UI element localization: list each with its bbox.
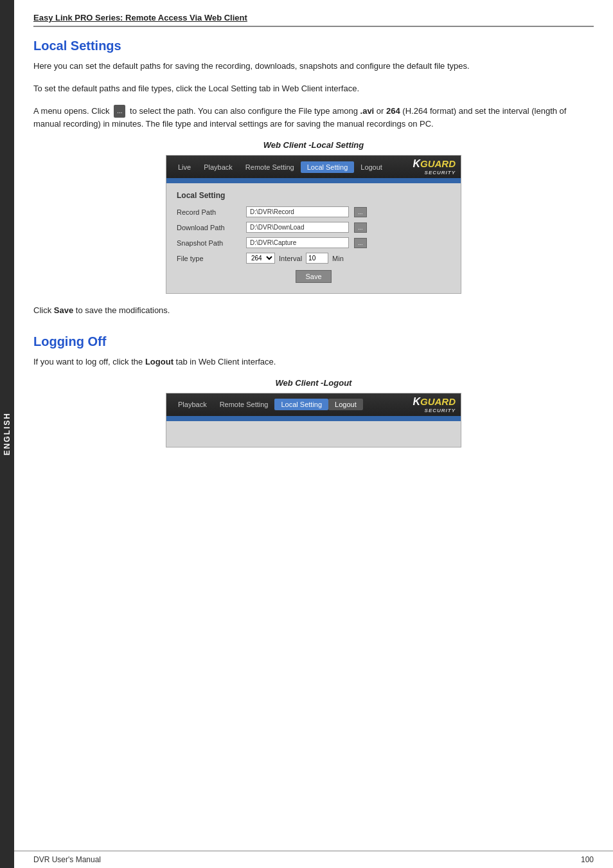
snapshot-path-row: Snapshot Path ... xyxy=(177,237,450,248)
download-path-input[interactable] xyxy=(246,222,349,233)
logout-nav-playback[interactable]: Playback xyxy=(172,399,213,410)
nav-remote-setting[interactable]: Remote Setting xyxy=(239,161,301,173)
nav-logout[interactable]: Logout xyxy=(354,161,389,173)
local-settings-heading: Local Settings xyxy=(33,39,594,53)
logout-blue-bar xyxy=(166,416,461,421)
local-settings-para3: A menu opens. Click ... to select the pa… xyxy=(33,105,594,132)
logout-logo-guard: GUARD xyxy=(420,396,456,407)
logo-security: SECURITY xyxy=(413,170,456,176)
local-settings-para1: Here you can set the default paths for s… xyxy=(33,60,594,73)
filetype-controls: 264 avi Interval Min xyxy=(246,253,344,264)
logout-navbar: Playback Remote Setting Local Setting Lo… xyxy=(166,393,461,416)
record-path-btn[interactable]: ... xyxy=(354,207,367,217)
footer-page: 100 xyxy=(581,855,594,864)
page-footer: DVR User's Manual 100 xyxy=(14,851,613,868)
264-bold: 264 xyxy=(386,106,400,116)
logout-logo: KGUARD SECURITY xyxy=(413,396,456,413)
logout-caption: Web Client -Logout xyxy=(33,378,594,388)
logo-k: K xyxy=(413,158,420,169)
logout-nav-local-setting[interactable]: Local Setting xyxy=(274,399,328,410)
logging-off-body: If you want to log off, click the Logout… xyxy=(33,356,594,369)
record-path-label: Record Path xyxy=(177,208,241,216)
interval-label: Interval xyxy=(279,255,302,262)
local-setting-title: Local Setting xyxy=(177,191,450,200)
snapshot-path-btn[interactable]: ... xyxy=(354,238,367,248)
nav-playback[interactable]: Playback xyxy=(197,161,239,173)
avi-bold: .avi xyxy=(360,106,375,116)
webclient-local-content: Local Setting Record Path ... Download P… xyxy=(166,183,461,293)
webclient-local-mockup: Live Playback Remote Setting Local Setti… xyxy=(166,155,461,294)
logo-guard: GUARD xyxy=(420,158,456,169)
record-path-input[interactable] xyxy=(246,206,349,217)
local-setting-caption: Web Client -Local Setting xyxy=(33,140,594,150)
min-label: Min xyxy=(332,255,344,262)
logout-bold: Logout xyxy=(145,357,173,366)
logging-off-section: Logging Off If you want to log off, clic… xyxy=(33,334,594,448)
download-path-row: Download Path ... xyxy=(177,222,450,233)
logout-logo-k: K xyxy=(413,396,420,407)
snapshot-path-label: Snapshot Path xyxy=(177,239,241,247)
page-header-bar: Easy Link PRO Series: Remote Access Via … xyxy=(33,13,594,27)
webclient-navbar: Live Playback Remote Setting Local Setti… xyxy=(166,156,461,178)
webclient-logout-mockup: Playback Remote Setting Local Setting Lo… xyxy=(166,393,461,448)
footer-title: DVR User's Manual xyxy=(33,855,101,864)
logout-nav-logout[interactable]: Logout xyxy=(328,399,363,410)
logging-off-heading: Logging Off xyxy=(33,334,594,349)
kguard-logo: KGUARD SECURITY xyxy=(413,158,456,176)
filetype-row: File type 264 avi Interval Min xyxy=(177,253,450,264)
filetype-label: File type xyxy=(177,255,241,262)
record-path-row: Record Path ... xyxy=(177,206,450,217)
download-path-label: Download Path xyxy=(177,224,241,231)
sidebar-label: ENGLISH xyxy=(3,412,12,455)
path-select-icon: ... xyxy=(114,105,125,118)
interval-input[interactable] xyxy=(306,253,328,264)
save-bold: Save xyxy=(54,305,73,315)
snapshot-path-input[interactable] xyxy=(246,237,349,248)
logout-logo-security: SECURITY xyxy=(413,408,456,413)
page-header-title: Easy Link PRO Series: Remote Access Via … xyxy=(33,13,247,23)
download-path-btn[interactable]: ... xyxy=(354,222,367,233)
filetype-select[interactable]: 264 avi xyxy=(246,253,275,264)
nav-live[interactable]: Live xyxy=(172,161,197,173)
blue-bar xyxy=(166,178,461,183)
logout-content xyxy=(166,421,461,447)
save-button[interactable]: Save xyxy=(296,270,331,283)
nav-local-setting[interactable]: Local Setting xyxy=(301,161,355,173)
sidebar: ENGLISH xyxy=(0,0,14,868)
click-save-line: Click Save to save the modifications. xyxy=(33,305,594,315)
logout-nav-remote-setting[interactable]: Remote Setting xyxy=(213,399,275,410)
local-settings-para2: To set the default paths and file types,… xyxy=(33,82,594,96)
local-settings-section: Local Settings Here you can set the defa… xyxy=(33,39,594,315)
